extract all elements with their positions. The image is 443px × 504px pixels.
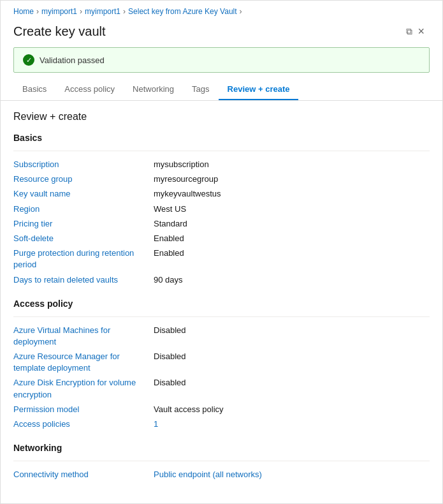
table-row: Purge protection during retention period…: [13, 248, 430, 271]
close-button[interactable]: ×: [412, 22, 430, 41]
validation-banner: ✓ Validation passed: [13, 47, 430, 73]
key-days-retain: Days to retain deleted vaults: [13, 274, 154, 286]
key-disk-encryption: Azure Disk Encryption for volume encrypt…: [13, 377, 154, 400]
breadcrumb-myimport1-2[interactable]: myimport1: [85, 7, 120, 16]
create-key-vault-modal: Home › myimport1 › myimport1 › Select ke…: [0, 0, 443, 504]
breadcrumb: Home › myimport1 › myimport1 › Select ke…: [1, 1, 442, 20]
table-row: Azure Disk Encryption for volume encrypt…: [13, 377, 430, 400]
table-row: Access policies 1: [13, 419, 430, 430]
key-connectivity: Connectivity method: [13, 469, 154, 480]
tab-access-policy[interactable]: Access policy: [55, 79, 124, 100]
value-pricing-tier: Standard: [154, 218, 187, 230]
key-vm-deployment: Azure Virtual Machines for deployment: [13, 325, 154, 348]
table-row: Azure Virtual Machines for deployment Di…: [13, 325, 430, 348]
table-row: Azure Resource Manager for template depl…: [13, 351, 430, 374]
key-resource-group: Resource group: [13, 174, 154, 185]
value-vault-name: mykeyvaultwestus: [154, 188, 221, 200]
key-permission-model: Permission model: [13, 404, 154, 415]
value-days-retain: 90 days: [154, 274, 183, 286]
value-connectivity: Public endpoint (all networks): [154, 469, 262, 480]
basics-divider: [13, 151, 430, 151]
table-row: Key vault name mykeyvaultwestus: [13, 188, 430, 200]
table-row: Soft-delete Enabled: [13, 233, 430, 244]
value-purge-protection: Enabled: [154, 248, 184, 259]
value-resource-group: myresourcegroup: [154, 174, 218, 185]
table-row: Permission model Vault access policy: [13, 404, 430, 415]
breadcrumb-sep-2: ›: [80, 7, 82, 16]
content-area: Review + create Basics Subscription mysu…: [1, 101, 442, 503]
key-soft-delete: Soft-delete: [13, 233, 154, 244]
value-disk-encryption: Disabled: [154, 377, 186, 389]
tab-bar: Basics Access policy Networking Tags Rev…: [1, 79, 442, 101]
value-access-policies[interactable]: 1: [154, 419, 158, 430]
value-subscription: mysubscription: [154, 159, 209, 170]
key-vault-name: Key vault name: [13, 188, 154, 200]
tab-basics[interactable]: Basics: [13, 79, 55, 100]
access-policy-section-label: Access policy: [13, 299, 430, 310]
networking-divider: [13, 461, 430, 461]
tab-tags[interactable]: Tags: [183, 79, 218, 100]
value-soft-delete: Enabled: [154, 233, 184, 244]
breadcrumb-select-key[interactable]: Select key from Azure Key Vault: [128, 7, 237, 16]
value-arm-deployment: Disabled: [154, 351, 186, 362]
breadcrumb-home[interactable]: Home: [13, 7, 34, 16]
info-icon[interactable]: ⧉: [406, 26, 412, 37]
tab-review-create[interactable]: Review + create: [219, 79, 299, 100]
key-access-policies: Access policies: [13, 419, 154, 430]
key-region: Region: [13, 204, 154, 215]
validation-text: Validation passed: [40, 56, 105, 65]
value-vm-deployment: Disabled: [154, 325, 186, 336]
table-row: Subscription mysubscription: [13, 159, 430, 170]
breadcrumb-sep-4: ›: [240, 7, 242, 16]
key-arm-deployment: Azure Resource Manager for template depl…: [13, 351, 154, 374]
value-region: West US: [154, 204, 186, 215]
basics-section-label: Basics: [13, 133, 430, 144]
key-subscription: Subscription: [13, 159, 154, 170]
modal-header: Create key vault ⧉ ×: [1, 20, 442, 47]
access-policy-section: Access policy Azure Virtual Machines for…: [13, 299, 430, 431]
access-policy-divider: [13, 316, 430, 317]
breadcrumb-sep-3: ›: [123, 7, 126, 16]
table-row: Days to retain deleted vaults 90 days: [13, 274, 430, 286]
value-permission-model: Vault access policy: [154, 404, 224, 415]
table-row: Resource group myresourcegroup: [13, 174, 430, 185]
table-row: Pricing tier Standard: [13, 218, 430, 230]
networking-section-label: Networking: [13, 443, 430, 454]
key-pricing-tier: Pricing tier: [13, 218, 154, 230]
networking-section: Networking Connectivity method Public en…: [13, 443, 430, 480]
table-row: Region West US: [13, 204, 430, 215]
check-icon: ✓: [23, 54, 34, 66]
table-row: Connectivity method Public endpoint (all…: [13, 469, 430, 480]
key-purge-protection: Purge protection during retention period: [13, 248, 154, 271]
tab-networking[interactable]: Networking: [124, 79, 183, 100]
breadcrumb-sep-1: ›: [36, 7, 39, 16]
modal-title: Create key vault: [13, 24, 401, 39]
basics-section: Basics Subscription mysubscription Resou…: [13, 133, 430, 286]
section-main-title: Review + create: [13, 111, 430, 122]
breadcrumb-myimport1-1[interactable]: myimport1: [41, 7, 77, 16]
